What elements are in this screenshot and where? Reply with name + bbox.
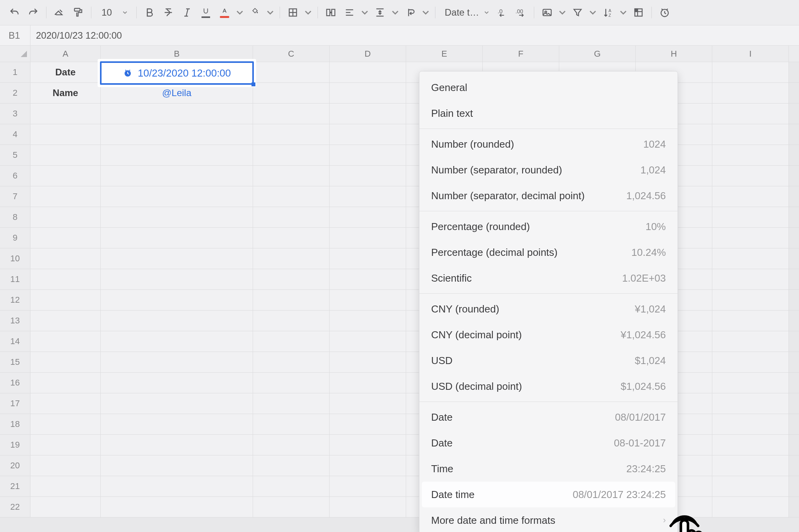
cell-I6[interactable] [712, 166, 789, 186]
increase-decimal-button[interactable]: .00 [512, 4, 530, 21]
cell-C1[interactable] [253, 62, 330, 82]
column-header-b[interactable]: B [101, 46, 253, 62]
cell-I11[interactable] [712, 269, 789, 289]
cell-B22[interactable] [101, 497, 253, 517]
row-header[interactable]: 17 [0, 393, 30, 414]
cell-I18[interactable] [712, 414, 789, 434]
cell-D22[interactable] [330, 497, 406, 517]
cell-A17[interactable] [30, 393, 101, 414]
cell-D13[interactable] [330, 311, 406, 331]
cell-D2[interactable] [330, 83, 406, 103]
row-header[interactable]: 18 [0, 414, 30, 434]
row-header[interactable]: 22 [0, 497, 30, 517]
cell-D19[interactable] [330, 435, 406, 455]
cell-D14[interactable] [330, 331, 406, 352]
borders-chevron[interactable] [303, 4, 314, 21]
format-painter-button[interactable] [69, 4, 87, 21]
freeze-button[interactable] [630, 4, 647, 21]
column-header-e[interactable]: E [406, 46, 483, 62]
cell-C12[interactable] [253, 290, 330, 310]
format-option[interactable]: Date08/01/2017 [419, 404, 678, 430]
format-option[interactable]: CNY (decimal point)¥1,024.56 [419, 322, 678, 348]
cell-B8[interactable] [101, 207, 253, 227]
format-option[interactable]: Number (rounded)1024 [419, 131, 678, 157]
row-header[interactable]: 14 [0, 331, 30, 352]
row-header[interactable]: 1 [0, 62, 30, 82]
cell-C3[interactable] [253, 104, 330, 124]
insert-image-button[interactable] [538, 4, 556, 21]
cell-D7[interactable] [330, 186, 406, 207]
cell-C6[interactable] [253, 166, 330, 186]
row-header[interactable]: 12 [0, 290, 30, 310]
row-header[interactable]: 16 [0, 373, 30, 393]
text-color-button[interactable] [216, 4, 234, 21]
cell-B12[interactable] [101, 290, 253, 310]
row-header[interactable]: 19 [0, 435, 30, 455]
more-formats-option[interactable]: More date and time formats› [419, 507, 678, 532]
fill-color-button[interactable] [246, 4, 264, 21]
text-wrap-button[interactable] [401, 4, 419, 21]
row-header[interactable]: 7 [0, 186, 30, 207]
cell-I7[interactable] [712, 186, 789, 207]
text-color-chevron[interactable] [234, 4, 245, 21]
column-header-f[interactable]: F [483, 46, 559, 62]
formula-input[interactable]: 2020/10/23 12:00:00 [30, 30, 799, 41]
cell-C13[interactable] [253, 311, 330, 331]
format-option[interactable]: Number (separator, rounded)1,024 [419, 157, 678, 183]
row-header[interactable]: 15 [0, 352, 30, 372]
cell-C19[interactable] [253, 435, 330, 455]
row-header[interactable]: 2 [0, 83, 30, 103]
cell-A9[interactable] [30, 228, 101, 248]
font-size-selector[interactable]: 10 [95, 4, 132, 21]
insert-image-chevron[interactable] [557, 4, 568, 21]
cell-A19[interactable] [30, 435, 101, 455]
cell-C9[interactable] [253, 228, 330, 248]
cell-B19[interactable] [101, 435, 253, 455]
cell-D15[interactable] [330, 352, 406, 372]
filter-chevron[interactable] [587, 4, 598, 21]
strikethrough-button[interactable] [159, 4, 177, 21]
cell-B15[interactable] [101, 352, 253, 372]
filter-button[interactable] [569, 4, 587, 21]
cell-I8[interactable] [712, 207, 789, 227]
cell-I5[interactable] [712, 145, 789, 165]
cell-A6[interactable] [30, 166, 101, 186]
cell-I4[interactable] [712, 124, 789, 145]
decrease-decimal-button[interactable]: .0 [493, 4, 511, 21]
cell-A15[interactable] [30, 352, 101, 372]
cell-C16[interactable] [253, 373, 330, 393]
cell-C8[interactable] [253, 207, 330, 227]
row-header[interactable]: 8 [0, 207, 30, 227]
cell-I3[interactable] [712, 104, 789, 124]
redo-button[interactable] [24, 4, 42, 21]
cell-I10[interactable] [712, 248, 789, 269]
cell-I2[interactable] [712, 83, 789, 103]
cell-I20[interactable] [712, 455, 789, 476]
sort-button[interactable]: AZ [599, 4, 617, 21]
undo-button[interactable] [5, 4, 23, 21]
row-header[interactable]: 9 [0, 228, 30, 248]
bold-button[interactable] [141, 4, 159, 21]
cell-D8[interactable] [330, 207, 406, 227]
cell-C20[interactable] [253, 455, 330, 476]
cell-I21[interactable] [712, 476, 789, 496]
cell-C11[interactable] [253, 269, 330, 289]
cell-D21[interactable] [330, 476, 406, 496]
cell-D1[interactable] [330, 62, 406, 82]
select-all-corner[interactable] [0, 46, 30, 62]
text-wrap-chevron[interactable] [420, 4, 431, 21]
format-option[interactable]: Date time08/01/2017 23:24:25 [422, 482, 675, 507]
format-option[interactable]: General [419, 75, 678, 100]
cell-D20[interactable] [330, 455, 406, 476]
format-option[interactable]: USD$1,024 [419, 348, 678, 373]
cell-I16[interactable] [712, 373, 789, 393]
sort-chevron[interactable] [618, 4, 629, 21]
cell-I19[interactable] [712, 435, 789, 455]
fill-color-chevron[interactable] [265, 4, 276, 21]
cell-D17[interactable] [330, 393, 406, 414]
cell-C15[interactable] [253, 352, 330, 372]
row-header[interactable]: 5 [0, 145, 30, 165]
format-option[interactable]: Number (separator, decimal point)1,024.5… [419, 183, 678, 209]
row-header[interactable]: 21 [0, 476, 30, 496]
format-option[interactable]: USD (decimal point)$1,024.56 [419, 373, 678, 399]
